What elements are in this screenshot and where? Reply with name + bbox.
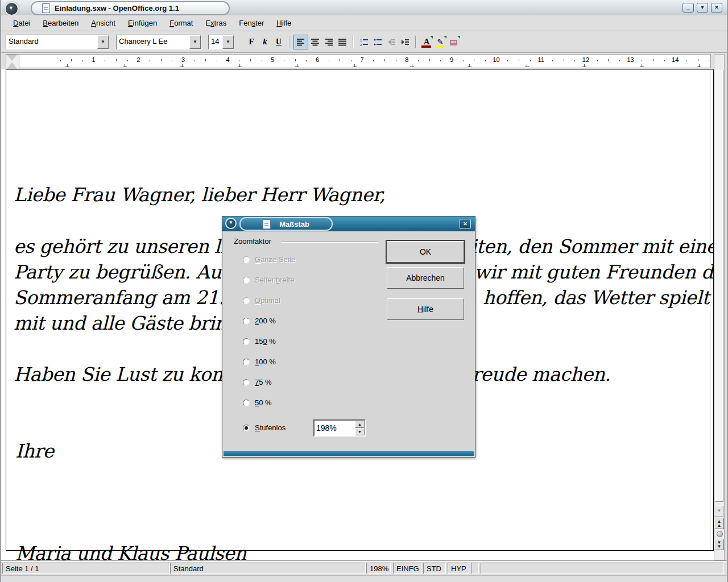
radio-50[interactable]: 50 %	[243, 398, 272, 407]
indent-markers-icon[interactable]	[6, 54, 19, 69]
cancel-button[interactable]: Abbrechen	[387, 267, 464, 289]
ruler-tick	[71, 59, 72, 61]
menu-datei[interactable]: Datei	[7, 16, 36, 30]
window-menu-button[interactable]: ▼	[5, 2, 19, 16]
ruler-tick	[642, 60, 642, 61]
font-color-button[interactable]: A	[420, 35, 433, 49]
maximize-button[interactable]: ▼	[697, 3, 708, 13]
align-right-button[interactable]	[322, 35, 336, 49]
radio-circle	[243, 400, 250, 406]
radio-ganze-seite: Ganze Seite	[243, 255, 296, 264]
horizontal-ruler[interactable]: 123456789101112131415	[6, 54, 711, 68]
spin-down-button[interactable]: ▼	[355, 428, 365, 435]
ok-button[interactable]: OK	[387, 241, 464, 263]
dialog-menu-button[interactable]: ▼	[225, 218, 237, 229]
scrollbar-thumb[interactable]	[715, 70, 723, 502]
menu-fenster[interactable]: Fenster	[233, 16, 270, 30]
radio-100[interactable]: 100 %	[243, 357, 276, 366]
document-text-line: reude machen.	[472, 363, 610, 385]
status-style[interactable]: Standard	[170, 563, 366, 574]
tab-stop-marker	[525, 64, 529, 67]
dialog-icon	[263, 219, 271, 229]
dialog-titlebar[interactable]: ▼ Maßstab ✕	[222, 217, 475, 231]
menu-extras[interactable]: Extras	[199, 16, 233, 30]
chevron-down-icon[interactable]: ▼	[97, 35, 109, 49]
svg-text:2: 2	[360, 43, 362, 46]
chevron-down-icon[interactable]: ▼	[222, 35, 234, 49]
paragraph-style-combo[interactable]: Standard ▼	[6, 35, 109, 49]
status-insert-mode[interactable]: EINFG	[393, 563, 421, 574]
status-hyperlink-mode[interactable]: HYP	[448, 563, 469, 574]
radio-75[interactable]: 75 %	[243, 378, 272, 386]
ruler-number: 3	[181, 56, 185, 63]
ruler-tick	[463, 60, 464, 61]
font-name-combo[interactable]: Chancery L Ee ▼	[116, 35, 201, 49]
menu-einfuegen[interactable]: Einfügen	[122, 16, 163, 30]
bold-button[interactable]: F	[245, 35, 258, 49]
ruler-number: 7	[361, 56, 364, 63]
window-title: Einladung.sxw - OpenOffice.org 1.1	[55, 4, 179, 13]
dropdown-triangle-icon	[430, 36, 433, 39]
ruler-tick	[105, 60, 105, 61]
vertical-scrollbar[interactable]: ▼ ▲▲ ▼▼	[714, 54, 725, 560]
highlighting-button[interactable]: ✎	[433, 35, 447, 49]
radio-circle	[243, 277, 250, 284]
next-page-button[interactable]: ▼▼	[714, 539, 724, 550]
ruler-number: 2	[136, 56, 140, 63]
bullet-list-button[interactable]	[371, 35, 384, 49]
ruler-tick	[384, 59, 385, 61]
ruler-tick	[329, 60, 329, 61]
tab-stop-marker	[123, 64, 127, 67]
radio-200[interactable]: 200 %	[243, 317, 276, 325]
tab-stop-marker	[640, 64, 644, 67]
ruler-number: 11	[538, 56, 544, 63]
ruler-number: 12	[582, 56, 589, 63]
chevron-down-icon[interactable]: ▼	[189, 35, 201, 49]
status-page[interactable]: Seite 1 / 1	[2, 563, 169, 574]
ruler-tick	[530, 60, 531, 61]
justify-button[interactable]	[336, 35, 349, 49]
ruler-number: 8	[405, 56, 408, 63]
dialog-resize-bar[interactable]	[224, 451, 474, 456]
increase-indent-button[interactable]	[398, 35, 412, 49]
status-selection-mode[interactable]: STD	[423, 563, 446, 574]
ruler-tick	[608, 59, 609, 61]
tab-stop-marker	[180, 64, 184, 67]
titlebar[interactable]: ▼ Einladung.sxw - OpenOffice.org 1.1 _ ▼…	[1, 0, 727, 16]
font-size-combo[interactable]: 14 ▼	[208, 35, 234, 49]
close-button[interactable]: ✕	[711, 3, 722, 13]
menu-bearbeiten[interactable]: Bearbeiten	[36, 16, 85, 30]
paragraph-background-button[interactable]	[447, 35, 461, 49]
zoomfaktor-group-label: Zoomfaktor	[234, 237, 271, 246]
dialog-close-button[interactable]: ✕	[460, 219, 471, 229]
ruler-tick	[161, 59, 162, 61]
radio-150[interactable]: 150 %	[243, 337, 276, 346]
radio-circle	[243, 379, 250, 386]
status-zoom[interactable]: 198%	[366, 563, 391, 574]
previous-page-button[interactable]: ▲▲	[714, 518, 724, 529]
decrease-indent-icon	[387, 38, 395, 46]
menu-ansicht[interactable]: Ansicht	[85, 16, 122, 30]
zoom-value-input[interactable]	[315, 421, 355, 435]
ruler-tick	[519, 59, 519, 61]
ruler-number: 5	[271, 56, 274, 63]
paragraph-background-icon	[450, 38, 458, 46]
align-center-button[interactable]	[308, 35, 322, 49]
menu-hilfe[interactable]: Hilfe	[270, 16, 297, 30]
help-button[interactable]: Hilfe	[387, 298, 464, 320]
menu-format[interactable]: Format	[163, 16, 199, 30]
font-size-value: 14	[209, 35, 222, 49]
radio-stufenlos[interactable]: Stufenlos	[243, 423, 286, 432]
decrease-indent-button[interactable]	[384, 35, 398, 49]
minimize-button[interactable]: _	[682, 3, 694, 13]
spin-up-button[interactable]: ▲	[355, 421, 365, 428]
ruler-tick	[664, 60, 665, 61]
align-left-button[interactable]	[293, 35, 308, 49]
numbered-list-button[interactable]: 12	[357, 35, 371, 49]
numbered-list-icon: 12	[360, 38, 368, 46]
italic-button[interactable]: k	[258, 35, 272, 49]
navigation-dot-button[interactable]	[717, 531, 723, 537]
underline-button[interactable]: U	[272, 35, 286, 49]
ruler-tick	[150, 60, 150, 61]
scroll-down-button[interactable]: ▼	[714, 505, 724, 517]
